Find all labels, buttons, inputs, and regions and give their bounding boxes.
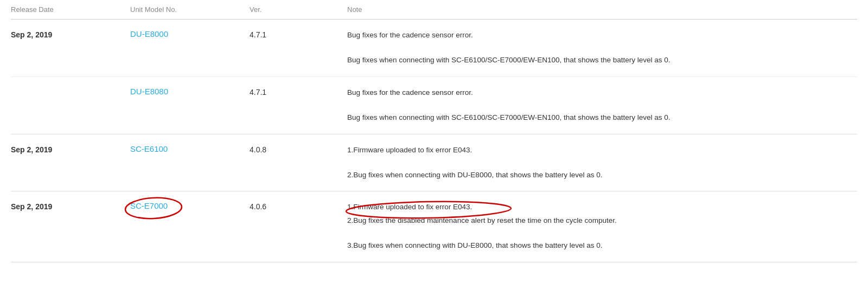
note-line: 3.Bug fixes when connecting with DU-E800… bbox=[347, 240, 857, 252]
header-ver: Ver. bbox=[250, 5, 347, 14]
table-header: Release Date Unit Model No. Ver. Note bbox=[11, 0, 857, 20]
note-line: Bug fixes for the cadence sensor error. bbox=[347, 87, 857, 99]
firmware-table: Release Date Unit Model No. Ver. Note Se… bbox=[0, 0, 868, 262]
note-line: Bug fixes when connecting with SC-E6100/… bbox=[347, 112, 857, 124]
header-model: Unit Model No. bbox=[130, 5, 250, 14]
release-date: Sep 2, 2019 bbox=[11, 29, 130, 39]
firmware-version: 4.7.1 bbox=[250, 87, 347, 97]
note-line: 2.Bug fixes the disabled maintenance ale… bbox=[347, 215, 857, 227]
note-content: 1.Firmware uploaded to fix error E043.2.… bbox=[347, 201, 857, 252]
header-date: Release Date bbox=[11, 5, 130, 14]
section-0: Sep 2, 2019DU-E80004.7.1Bug fixes for th… bbox=[11, 20, 857, 134]
section-1: Sep 2, 2019SC-E61004.0.81.Firmware uploa… bbox=[11, 134, 857, 192]
section-2: Sep 2, 2019SC-E70004.0.61.Firmware uploa… bbox=[11, 191, 857, 262]
note-line: 1.Firmware uploaded to fix error E043. bbox=[347, 144, 857, 157]
release-date: Sep 2, 2019 bbox=[11, 201, 130, 211]
model-link[interactable]: DU-E8080 bbox=[130, 87, 168, 96]
note-line: 1.Firmware uploaded to fix error E043. bbox=[347, 201, 472, 214]
table-row: Sep 2, 2019SC-E70004.0.61.Firmware uploa… bbox=[11, 191, 857, 262]
header-note: Note bbox=[347, 5, 857, 14]
note-content: Bug fixes for the cadence sensor error.B… bbox=[347, 29, 857, 67]
note-line: 2.Bug fixes when connecting with DU-E800… bbox=[347, 169, 857, 182]
release-date bbox=[11, 87, 130, 88]
model-number[interactable]: SC-E6100 bbox=[130, 144, 250, 153]
table-row: Sep 2, 2019DU-E80004.7.1Bug fixes for th… bbox=[11, 20, 857, 76]
note-line: Bug fixes for the cadence sensor error. bbox=[347, 29, 857, 42]
table-row: DU-E80804.7.1Bug fixes for the cadence s… bbox=[11, 76, 857, 134]
firmware-version: 4.7.1 bbox=[250, 29, 347, 39]
note-content: Bug fixes for the cadence sensor error.B… bbox=[347, 87, 857, 124]
sections-container: Sep 2, 2019DU-E80004.7.1Bug fixes for th… bbox=[11, 20, 857, 262]
model-number[interactable]: SC-E7000 bbox=[130, 201, 250, 210]
release-date: Sep 2, 2019 bbox=[11, 144, 130, 154]
note-content: 1.Firmware uploaded to fix error E043.2.… bbox=[347, 144, 857, 182]
model-number[interactable]: DU-E8000 bbox=[130, 29, 250, 38]
model-link[interactable]: DU-E8000 bbox=[130, 29, 168, 38]
model-link[interactable]: SC-E7000 bbox=[130, 201, 168, 210]
model-link[interactable]: SC-E6100 bbox=[130, 144, 168, 153]
model-number[interactable]: DU-E8080 bbox=[130, 87, 250, 96]
firmware-version: 4.0.6 bbox=[250, 201, 347, 211]
table-row: Sep 2, 2019SC-E61004.0.81.Firmware uploa… bbox=[11, 134, 857, 191]
note-line: Bug fixes when connecting with SC-E6100/… bbox=[347, 54, 857, 67]
firmware-version: 4.0.8 bbox=[250, 144, 347, 154]
